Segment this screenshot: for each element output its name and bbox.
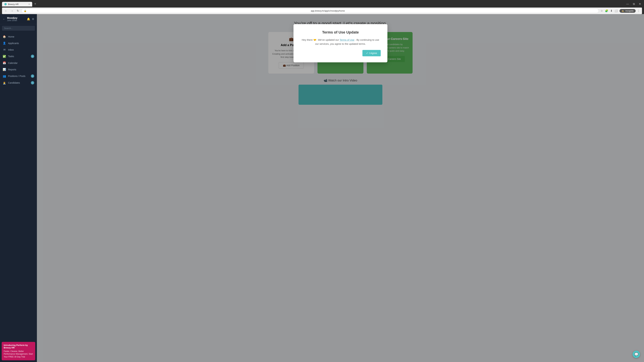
browser-toolbar: ← → ↻ 🔒 app.breezy.hr/app/c/moodjoy/home… <box>2 7 642 14</box>
reports-icon: 📊 <box>3 68 6 71</box>
browser-tabs: Breezy HR × + <box>2 1 38 6</box>
tab-favicon <box>4 3 7 5</box>
window-controls: — ⧉ ✕ <box>625 2 642 5</box>
modal-title: Terms of Use Update <box>300 30 381 34</box>
sidebar-back-button[interactable]: ← <box>3 17 5 21</box>
search-input[interactable] <box>2 26 35 31</box>
promo-title: Introducing Perform by Breezy HR <box>4 344 33 349</box>
sidebar-header: ← Moodjoy John Smith 🔔 ⚙ <box>0 14 37 24</box>
agree-button[interactable]: ✓ I Agree <box>362 50 381 56</box>
chat-icon: 💬 <box>634 352 638 356</box>
browser-menu-icon[interactable]: ⋮ <box>637 9 640 13</box>
positions-icon: 👥 <box>3 75 6 78</box>
sidebar-item-label: Tasks <box>8 55 14 58</box>
modal-overlay: Terms of Use Update Hey there 🤝. We've u… <box>37 14 644 362</box>
close-button[interactable]: ✕ <box>638 2 642 5</box>
new-tab-button[interactable]: + <box>32 1 38 6</box>
incognito-label: Incognito <box>625 9 634 12</box>
tasks-badge: + <box>31 55 34 58</box>
sidebar-item-label: Positions / Pools <box>8 75 26 77</box>
company-name: Moodjoy <box>7 16 25 19</box>
candidates-badge: + <box>31 81 34 84</box>
tab-title: Breezy HR <box>8 3 18 5</box>
sidebar-item-tasks[interactable]: ✅ Tasks + <box>0 53 37 60</box>
sidebar-item-label: Calendar <box>8 62 18 64</box>
candidates-icon: 👨‍💼 <box>3 81 6 84</box>
split-screen-icon[interactable]: ⬜ <box>614 9 618 13</box>
url-text: app.breezy.hr/app/c/moodjoy/home <box>311 9 596 12</box>
sidebar-company: Moodjoy John Smith <box>7 16 25 22</box>
sidebar-nav: 🏠 Home 👤 Applicants ✉ Inbox ✅ Tasks + 📅 … <box>0 32 37 340</box>
modal-body-text: Hey there 🤝. We've updated our <box>302 38 339 41</box>
calendar-icon: 📅 <box>3 61 6 64</box>
url-bar[interactable]: 🔒 app.breezy.hr/app/c/moodjoy/home <box>21 8 599 13</box>
terms-modal: Terms of Use Update Hey there 🤝. We've u… <box>294 24 388 62</box>
sidebar-promo[interactable]: Introducing Perform by Breezy HR Faster,… <box>2 342 35 360</box>
sidebar-item-calendar[interactable]: 📅 Calendar <box>0 60 37 66</box>
home-icon: 🏠 <box>3 35 6 38</box>
notifications-icon[interactable]: 🔔 <box>27 17 30 21</box>
sidebar-item-candidates[interactable]: 👨‍💼 Candidates + <box>0 79 37 86</box>
user-name: John Smith <box>7 19 25 22</box>
inbox-icon: ✉ <box>3 48 6 51</box>
terms-of-use-link[interactable]: Terms of Use <box>340 38 354 41</box>
bookmark-icon[interactable]: ☆ <box>600 9 603 13</box>
modal-footer: ✓ I Agree <box>300 50 381 56</box>
sidebar-item-reports[interactable]: 📊 Reports <box>0 66 37 73</box>
incognito-badge: 🕵 Incognito <box>620 9 636 13</box>
tasks-icon: ✅ <box>3 55 6 58</box>
sidebar-item-positions-pools[interactable]: 👥 Positions / Pools + <box>0 73 37 79</box>
active-tab[interactable]: Breezy HR × <box>2 2 32 6</box>
browser-chrome: Breezy HR × + — ⧉ ✕ ← → ↻ 🔒 app.breezy.h… <box>0 0 644 14</box>
main-content: You're off to a good start. Let's create… <box>37 14 644 362</box>
sidebar-item-applicants[interactable]: 👤 Applicants <box>0 40 37 46</box>
settings-icon[interactable]: ⚙ <box>32 17 34 21</box>
restore-button[interactable]: ⧉ <box>632 2 636 5</box>
sidebar-header-actions: 🔔 ⚙ <box>27 17 34 21</box>
sidebar-item-inbox[interactable]: ✉ Inbox <box>0 46 37 53</box>
positions-badge: + <box>31 74 34 78</box>
toolbar-actions: ☆ 🧩 ⬇ ⬜ 🕵 Incognito ⋮ <box>600 9 640 13</box>
chat-widget[interactable]: 💬 <box>632 351 640 358</box>
sidebar-item-label: Reports <box>8 68 16 71</box>
sidebar-search <box>0 24 37 32</box>
sidebar-item-label: Home <box>8 35 14 38</box>
extensions-icon[interactable]: 🧩 <box>604 9 608 13</box>
app-layout: ← Moodjoy John Smith 🔔 ⚙ 🏠 Home 👤 Applic… <box>0 14 644 362</box>
tab-close-button[interactable]: × <box>28 3 30 5</box>
promo-text: Faster, Cleaner, Better Performance Mana… <box>4 350 33 358</box>
sidebar-item-label: Inbox <box>8 48 14 51</box>
back-button[interactable]: ← <box>4 9 8 13</box>
sidebar: ← Moodjoy John Smith 🔔 ⚙ 🏠 Home 👤 Applic… <box>0 14 37 362</box>
sidebar-item-label: Applicants <box>8 42 19 44</box>
minimize-button[interactable]: — <box>625 2 630 5</box>
forward-button[interactable]: → <box>10 9 14 13</box>
sidebar-item-home[interactable]: 🏠 Home <box>0 33 37 40</box>
applicants-icon: 👤 <box>3 41 6 45</box>
sidebar-item-label: Candidates <box>8 81 20 84</box>
download-icon[interactable]: ⬇ <box>610 9 613 13</box>
reload-button[interactable]: ↻ <box>16 9 20 13</box>
modal-body: Hey there 🤝. We've updated our Terms of … <box>300 38 381 46</box>
